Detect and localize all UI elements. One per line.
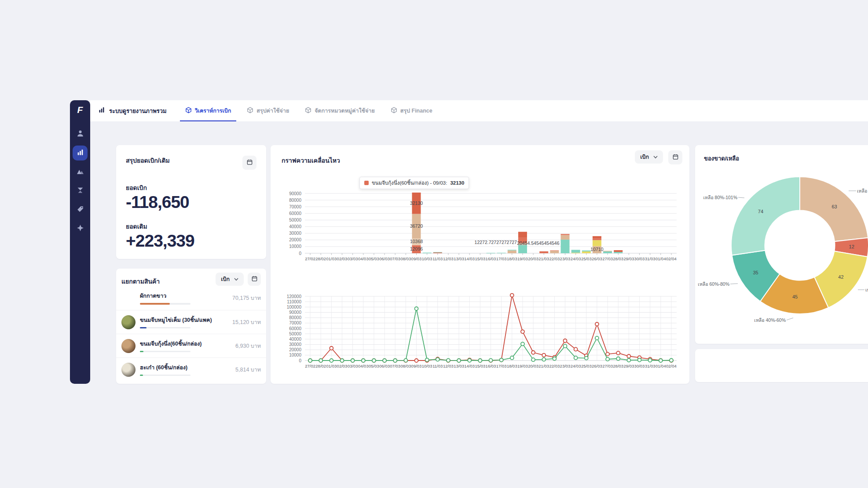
svg-text:50000: 50000 (289, 331, 301, 336)
svg-text:09/03: 09/03 (411, 256, 422, 261)
sidebar-item-notifications[interactable] (73, 221, 88, 236)
summary-card-title: สรุปยอดเบิก/เติม (126, 156, 170, 165)
svg-text:12272.72727272727: 12272.72727272727 (475, 240, 517, 245)
svg-text:20000: 20000 (289, 237, 301, 242)
product-progress (140, 375, 190, 376)
svg-text:50000: 50000 (289, 218, 301, 222)
svg-text:06/03: 06/03 (379, 256, 390, 261)
line-chart[interactable]: 0100002000030000400005000060000700008000… (278, 290, 680, 376)
stacked-bar-chart[interactable]: 0100002000030000400005000060000700008000… (278, 188, 680, 270)
tab-finance-summary[interactable]: สรุป Finance (385, 100, 438, 121)
svg-text:01/04: 01/04 (656, 364, 666, 368)
svg-text:02/03: 02/03 (337, 256, 348, 261)
svg-text:12/03: 12/03 (443, 364, 454, 368)
svg-text:0: 0 (299, 251, 301, 256)
svg-text:26/03: 26/03 (592, 364, 602, 368)
products-date-button[interactable] (248, 273, 261, 286)
product-amount: 15,120 บาท (232, 318, 261, 327)
product-image (121, 315, 136, 329)
svg-text:07/03: 07/03 (390, 364, 400, 368)
svg-text:30/03: 30/03 (634, 364, 645, 368)
tooltip-value: 32130 (450, 180, 464, 186)
svg-text:31/03: 31/03 (645, 256, 656, 261)
mountains-icon (77, 168, 84, 177)
sidebar-item-tags[interactable] (73, 202, 88, 217)
tab-analyze-withdraw[interactable]: วิเคราห์การเบิก (180, 100, 237, 121)
product-row[interactable]: ผักกาดขาว 70,175 บาท (116, 286, 266, 310)
chevron-down-icon (234, 276, 238, 282)
svg-text:12/03: 12/03 (443, 256, 454, 261)
sidebar-item-inventory[interactable] (73, 164, 88, 179)
cube-icon (305, 107, 311, 115)
svg-text:90000: 90000 (289, 310, 301, 315)
svg-text:80000: 80000 (289, 198, 301, 203)
donut-chart[interactable]: 63เหลือ 0%-20%1242เหลือ 20%-40%45เหลือ 4… (695, 157, 868, 338)
svg-text:80000: 80000 (289, 315, 301, 320)
svg-text:29/03: 29/03 (623, 364, 634, 368)
bar-chart-icon (98, 106, 105, 115)
svg-text:29/03: 29/03 (623, 256, 634, 261)
svg-text:20/03: 20/03 (528, 256, 538, 261)
brand: ระบบดูรายงานภาพรวม (98, 106, 167, 116)
svg-text:เหลือ 80%-101%: เหลือ 80%-101% (703, 195, 737, 200)
svg-text:120000: 120000 (287, 294, 302, 299)
svg-text:10368: 10368 (410, 239, 423, 244)
svg-text:20/03: 20/03 (528, 364, 538, 368)
svg-text:26/03: 26/03 (592, 256, 602, 261)
calendar-icon (251, 275, 258, 283)
sidebar-item-stock[interactable] (73, 183, 88, 198)
tab-expense-categories[interactable]: จัดการหมวดหมู่ค่าใช้จ่าย (300, 100, 380, 121)
summary-date-button[interactable] (242, 156, 256, 170)
svg-text:20000: 20000 (289, 347, 301, 352)
product-progress (140, 303, 190, 305)
top-nav: ระบบดูรายงานภาพรวม วิเคราห์การเบิก สรุปค… (90, 100, 868, 121)
svg-text:70000: 70000 (289, 204, 301, 209)
product-image (121, 363, 136, 377)
svg-text:27/03: 27/03 (602, 256, 613, 261)
tab-label: สรุป Finance (400, 106, 432, 115)
svg-text:16/03: 16/03 (486, 256, 496, 261)
svg-text:31/03: 31/03 (645, 364, 656, 368)
products-filter-dropdown[interactable]: เบิก (216, 273, 244, 286)
sidebar-item-reports[interactable] (73, 146, 88, 160)
svg-text:09/03: 09/03 (411, 364, 422, 368)
svg-text:15/03: 15/03 (475, 256, 485, 261)
product-image (121, 339, 136, 353)
movement-date-button[interactable] (668, 150, 682, 164)
brand-label: ระบบดูรายงานภาพรวม (109, 106, 167, 116)
svg-text:24/03: 24/03 (571, 364, 581, 368)
product-progress (140, 327, 190, 329)
svg-text:06/03: 06/03 (379, 364, 390, 368)
svg-text:18/03: 18/03 (507, 256, 517, 261)
svg-text:19/03: 19/03 (517, 256, 528, 261)
tab-label: จัดการหมวดหมู่ค่าใช้จ่าย (315, 106, 374, 115)
svg-text:04/03: 04/03 (358, 364, 369, 368)
svg-text:เหลือ 60%-80%: เหลือ 60%-80% (698, 281, 729, 287)
refill-total-label: ยอดเติม (126, 222, 256, 231)
svg-text:03/03: 03/03 (348, 364, 358, 368)
tag-icon (77, 205, 84, 215)
movement-filter-dropdown[interactable]: เบิก (635, 150, 663, 164)
svg-text:28/03: 28/03 (613, 256, 623, 261)
movement-card-title: กราฟความเคลื่อนไหว (282, 156, 340, 165)
svg-text:27/03: 27/03 (602, 364, 613, 368)
svg-text:27/02: 27/02 (305, 256, 315, 261)
product-row[interactable]: ขนมจีบกุ้งนึ่ง(60ชิ้น/กล่อง) 6,930 บาท (116, 334, 266, 357)
products-card-title: แยกตามสินค้า (121, 272, 216, 286)
products-filter-value: เบิก (221, 275, 230, 284)
product-row[interactable]: ฮะเก๋า (60ชิ้น/กล่อง) 5,814 บาท (116, 357, 266, 381)
user-icon (77, 130, 84, 139)
svg-text:13/03: 13/03 (454, 256, 464, 261)
svg-text:01/03: 01/03 (326, 364, 337, 368)
cube-icon (391, 107, 397, 115)
sparkle-icon (77, 224, 84, 233)
svg-text:เหลือ 20%-40%: เหลือ 20%-40% (865, 287, 868, 292)
svg-text:12096: 12096 (410, 246, 423, 251)
product-row[interactable]: ขนมจีบหมูไข่เค็ม (30ชิ้น/แพค) 15,120 บาท (116, 310, 266, 334)
product-name: ขนมจีบกุ้งนึ่ง(60ชิ้น/กล่อง) (140, 339, 235, 348)
svg-text:10000: 10000 (289, 244, 301, 249)
svg-text:28/03: 28/03 (613, 364, 623, 368)
sidebar-item-profile[interactable] (73, 127, 88, 142)
tab-expense-summary[interactable]: สรุปค่าใช้จ่าย (242, 100, 294, 121)
svg-text:60000: 60000 (289, 211, 301, 216)
